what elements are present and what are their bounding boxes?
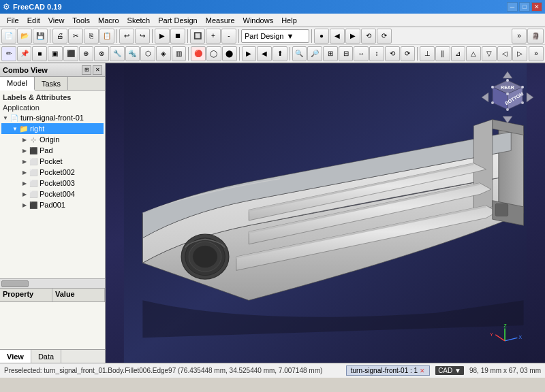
svg-point-22 [521, 86, 524, 88]
viewport[interactable]: X Z Y REAR [106, 63, 545, 363]
tree-item-pocket002[interactable]: ▶ ⬜ Pocket002 [1, 167, 104, 178]
tb2-f7[interactable]: ▷ [512, 46, 527, 61]
combo-close-button[interactable]: ✕ [93, 65, 102, 75]
tree-item-origin[interactable]: ▶ ⊹ Origin [1, 134, 104, 145]
tb2-b8[interactable]: ⬡ [140, 46, 155, 61]
tb2-d1[interactable]: ▶ [242, 46, 257, 61]
nav-cube[interactable]: REAR BOTTOM [480, 70, 535, 125]
tb2-c1[interactable]: 🔴 [191, 46, 206, 61]
tree-item-pad001[interactable]: ▶ ⬛ Pad001 [1, 199, 104, 210]
taskbar-close-icon[interactable]: ✕ [420, 368, 425, 374]
bottom-tab-view[interactable]: View [0, 350, 31, 363]
tb2-more[interactable]: » [529, 46, 544, 61]
toolbar-nav1[interactable]: ● [314, 29, 329, 44]
main-area: Combo View ⊞ ✕ Model Tasks Labels & Attr… [0, 63, 545, 363]
toolbar-more[interactable]: » [512, 29, 527, 44]
toolbar-zoomin[interactable]: + [206, 29, 221, 44]
tb2-f4[interactable]: △ [466, 46, 481, 61]
tb2-b1[interactable]: ■ [32, 46, 47, 61]
menu-help[interactable]: Help [277, 15, 301, 26]
combo-float-button[interactable]: ⊞ [82, 65, 91, 75]
toolbar-nav4[interactable]: ⟲ [361, 29, 376, 44]
tree-label-right: right [30, 125, 44, 133]
tb2-b3[interactable]: ⬛ [63, 46, 78, 61]
bottom-tab-data[interactable]: Data [31, 350, 61, 363]
maximize-button[interactable]: □ [519, 2, 530, 12]
tb2-f2[interactable]: ∥ [435, 46, 450, 61]
toolbar-redo[interactable]: ↪ [135, 29, 150, 44]
tb2-e6[interactable]: ↕ [369, 46, 384, 61]
menu-file[interactable]: File [3, 15, 23, 26]
tb2-f1[interactable]: ⊥ [420, 46, 435, 61]
tb2-sep4 [417, 47, 418, 61]
minimize-button[interactable]: ─ [507, 2, 518, 12]
tb2-c2[interactable]: ◯ [206, 46, 221, 61]
tree-label-pad: Pad [40, 146, 53, 154]
toolbar-print[interactable]: 🖨 [52, 29, 67, 44]
toolbar-nav3[interactable]: ▶ [345, 29, 360, 44]
tb2-b5[interactable]: ⊗ [94, 46, 109, 61]
menu-macro[interactable]: Macro [94, 15, 123, 26]
toolbar-new[interactable]: 📄 [1, 29, 16, 44]
toolbar-3dview[interactable]: 🔲 [190, 29, 205, 44]
tree-item-pocket004[interactable]: ▶ ⬜ Pocket004 [1, 189, 104, 199]
tb2-e8[interactable]: ⟳ [401, 46, 416, 61]
tb2-c3[interactable]: ⬤ [222, 46, 237, 61]
tb2-e1[interactable]: 🔍 [292, 46, 307, 61]
toolbar-nav2[interactable]: ◀ [330, 29, 345, 44]
tree-item-pocket[interactable]: ▶ ⬜ Pocket [1, 156, 104, 167]
tb2-b2[interactable]: ▣ [48, 46, 63, 61]
tb2-e3[interactable]: ⊞ [323, 46, 338, 61]
menu-measure[interactable]: Measure [202, 15, 239, 26]
tb2-b10[interactable]: ▥ [172, 46, 187, 61]
tb2-e4[interactable]: ⊟ [339, 46, 354, 61]
tb2-b9[interactable]: ◈ [156, 46, 171, 61]
tree-item-pocket003[interactable]: ▶ ⬜ Pocket003 [1, 178, 104, 189]
toolbar-open[interactable]: 📂 [17, 29, 32, 44]
tb2-e7[interactable]: ⟲ [385, 46, 400, 61]
tb2-d2[interactable]: ◀ [257, 46, 272, 61]
toolbar-zoomout[interactable]: - [221, 29, 236, 44]
menu-tools[interactable]: Tools [68, 15, 94, 26]
tree-horizontal-scrollbar[interactable] [0, 278, 105, 288]
tree-area[interactable]: Labels & Attributes Application ▼ 📄 turn… [0, 91, 105, 278]
tree-item-pad[interactable]: ▶ ⬛ Pad [1, 145, 104, 156]
tb2-b7[interactable]: 🔩 [125, 46, 140, 61]
menu-edit[interactable]: Edit [23, 15, 44, 26]
tb2-e5[interactable]: ↔ [354, 46, 369, 61]
toolbar-undo[interactable]: ↩ [119, 29, 134, 44]
toolbar-sep4 [187, 29, 188, 43]
tree-hscroll-thumb[interactable] [1, 280, 29, 287]
toolbar-nav5[interactable]: ⟳ [377, 29, 392, 44]
toolbar-3d-icon[interactable]: 🗿 [527, 29, 544, 44]
menu-part-design[interactable]: Part Design [154, 15, 201, 26]
toolbar-save[interactable]: 💾 [33, 29, 48, 44]
tb2-e2[interactable]: 🔎 [307, 46, 322, 61]
toolbar-paste[interactable]: 📋 [99, 29, 114, 44]
left-panel: Combo View ⊞ ✕ Model Tasks Labels & Attr… [0, 63, 106, 363]
tab-model[interactable]: Model [0, 77, 35, 91]
tb2-f3[interactable]: ⊿ [451, 46, 466, 61]
close-button[interactable]: ✕ [531, 2, 542, 12]
toolbar-macro1[interactable]: ▶ [155, 29, 170, 44]
menu-sketch[interactable]: Sketch [123, 15, 155, 26]
toolbar-copy[interactable]: ⎘ [84, 29, 99, 44]
tb2-f6[interactable]: ◁ [497, 46, 512, 61]
tb2-b4[interactable]: ⊕ [79, 46, 94, 61]
tree-arrow-turn-signal: ▼ [1, 114, 10, 122]
tb2-f5[interactable]: ▽ [482, 46, 497, 61]
tree-item-turn-signal[interactable]: ▼ 📄 turn-signal-front-01 [1, 112, 104, 123]
taskbar-tab[interactable]: turn-signal-front-01 : 1 ✕ [346, 365, 430, 376]
svg-point-21 [506, 79, 509, 82]
tb2-b6[interactable]: 🔧 [110, 46, 125, 61]
toolbar-macro2[interactable]: ⏹ [170, 29, 185, 44]
tb2-sketch[interactable]: ✏ [1, 46, 16, 61]
menu-windows[interactable]: Windows [239, 15, 278, 26]
menu-view[interactable]: View [44, 15, 69, 26]
tab-tasks[interactable]: Tasks [35, 77, 68, 90]
tree-item-right[interactable]: ▼ 📁 right [1, 123, 104, 134]
tb2-attach[interactable]: 📌 [17, 46, 32, 61]
tb2-d3[interactable]: ⬆ [272, 46, 287, 61]
toolbar-cut[interactable]: ✂ [68, 29, 83, 44]
workbench-dropdown[interactable]: Part Design ▼ [241, 29, 309, 43]
